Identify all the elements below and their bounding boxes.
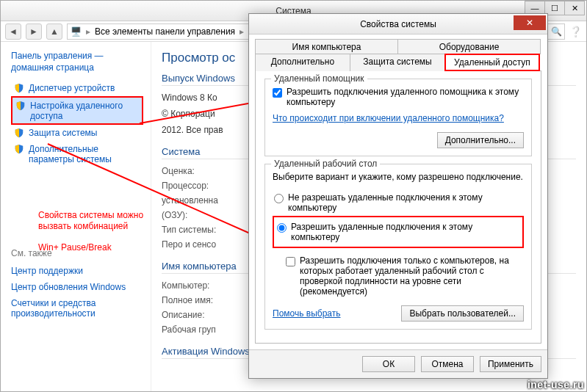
nav-item-label: Диспетчер устройств bbox=[29, 83, 115, 93]
control-panel-icon: 🖥️ bbox=[71, 26, 82, 37]
dialog-button-row: ОК Отмена Применить bbox=[249, 349, 547, 378]
breadcrumb-text[interactable]: Все элементы панели управления bbox=[95, 26, 235, 37]
ra-allow-checkbox-row[interactable]: Разрешить подключения удаленного помощни… bbox=[273, 87, 524, 107]
cancel-button[interactable]: Отмена bbox=[421, 356, 474, 372]
rd-nla-checkbox[interactable] bbox=[286, 257, 295, 266]
see-also-heading: См. также bbox=[11, 248, 143, 258]
rd-legend: Удаленный рабочий стол bbox=[271, 159, 380, 169]
ram-label: установленна bbox=[162, 195, 257, 206]
rd-allow-radio[interactable] bbox=[277, 223, 287, 233]
breadcrumb-sep2: ▸ bbox=[240, 26, 244, 37]
ra-help-link[interactable]: Что происходит при включении удаленного … bbox=[273, 113, 504, 123]
nav-advanced-settings[interactable]: Дополнительные параметры системы bbox=[11, 141, 143, 167]
breadcrumb-sep: ▸ bbox=[86, 26, 90, 37]
nav-heading: Панель управления — bbox=[11, 51, 143, 61]
search-button[interactable]: 🔍 bbox=[547, 23, 565, 40]
fullname-label: Полное имя: bbox=[162, 295, 257, 305]
ra-legend: Удаленный помощник bbox=[271, 73, 367, 84]
nav-back-button[interactable]: ◄ bbox=[5, 23, 21, 40]
ram-label2: (ОЗУ): bbox=[162, 210, 257, 220]
nav-item-label: Защита системы bbox=[29, 128, 97, 138]
shield-icon bbox=[14, 144, 24, 154]
help-icon[interactable]: ❔ bbox=[569, 26, 582, 37]
remote-desktop-group: Удаленный рабочий стол Выберите вариант … bbox=[264, 164, 532, 330]
tab-remote-page: Удаленный помощник Разрешить подключения… bbox=[255, 70, 541, 344]
rd-deny-radio[interactable] bbox=[274, 194, 284, 203]
tab-remote[interactable]: Удаленный доступ bbox=[444, 54, 540, 71]
copyright-1: © Корпораци bbox=[162, 107, 215, 120]
dialog-close-button[interactable]: ✕ bbox=[514, 15, 546, 30]
tab-hardware[interactable]: Оборудование bbox=[397, 39, 541, 54]
system-properties-dialog: Свойства системы ✕ Имя компьютера Оборуд… bbox=[248, 13, 548, 379]
rd-help-link[interactable]: Помочь выбрать bbox=[273, 308, 341, 319]
desc-label: Описание: bbox=[162, 310, 257, 320]
rating-label: Оценка: bbox=[162, 166, 257, 176]
pen-label: Перо и сенсо bbox=[162, 239, 257, 250]
left-nav: Панель управления — домашняя страница Ди… bbox=[1, 42, 151, 391]
dialog-body: Имя компьютера Оборудование Дополнительн… bbox=[249, 35, 547, 349]
nav-remote-settings[interactable]: Настройка удаленного доступа bbox=[11, 96, 143, 125]
nav-item-label: Настройка удаленного доступа bbox=[30, 101, 139, 121]
see-action-center[interactable]: Центр поддержки bbox=[11, 263, 143, 279]
shield-icon bbox=[15, 101, 26, 111]
ra-advanced-button[interactable]: Дополнительно... bbox=[437, 132, 524, 148]
tab-protection[interactable]: Защита системы bbox=[350, 54, 445, 71]
type-label: Тип системы: bbox=[162, 225, 257, 235]
ok-button[interactable]: ОК bbox=[362, 356, 415, 372]
rd-select-users-button[interactable]: Выбрать пользователей... bbox=[401, 305, 524, 322]
rd-allow-radio-row[interactable]: Разрешить удаленные подключения к этому … bbox=[276, 219, 521, 245]
edition-name: Windows 8 Ко bbox=[162, 92, 217, 103]
rd-allow-label: Разрешить удаленные подключения к этому … bbox=[291, 222, 519, 242]
tab-row-1: Имя компьютера Оборудование bbox=[255, 39, 541, 54]
ra-allow-checkbox[interactable] bbox=[273, 88, 282, 98]
shield-icon bbox=[14, 128, 24, 138]
cpu-label: Процессор: bbox=[162, 181, 257, 191]
rd-deny-radio-row[interactable]: Не разрешать удаленные подключения к это… bbox=[273, 189, 524, 216]
tab-computer-name[interactable]: Имя компьютера bbox=[255, 39, 398, 54]
see-windows-update[interactable]: Центр обновления Windows bbox=[11, 279, 143, 295]
nav-home-link[interactable]: домашняя страница bbox=[11, 62, 94, 73]
nav-item-label: Дополнительные параметры системы bbox=[29, 144, 140, 164]
nav-system-protection[interactable]: Защита системы bbox=[11, 125, 143, 141]
copyright-2: 2012. Все прав bbox=[162, 125, 223, 135]
apply-button[interactable]: Применить bbox=[480, 356, 541, 372]
ra-allow-label: Разрешить подключения удаленного помощни… bbox=[287, 87, 524, 107]
search-icon: 🔍 bbox=[551, 26, 562, 37]
rd-intro: Выберите вариант и укажите, кому разреше… bbox=[273, 172, 524, 182]
rd-allow-highlight: Разрешить удаленные подключения к этому … bbox=[273, 216, 524, 248]
shield-icon bbox=[14, 83, 24, 93]
rd-deny-label: Не разрешать удаленные подключения к это… bbox=[288, 192, 522, 213]
remote-assistance-group: Удаленный помощник Разрешить подключения… bbox=[264, 79, 532, 156]
close-button[interactable]: ✕ bbox=[564, 1, 585, 15]
dialog-titlebar: Свойства системы ✕ bbox=[249, 14, 547, 35]
see-perf-counters[interactable]: Счетчики и средства производительности bbox=[11, 295, 143, 322]
nav-fwd-button[interactable]: ► bbox=[26, 23, 42, 40]
rd-nla-checkbox-row[interactable]: Разрешить подключения только с компьютер… bbox=[286, 255, 524, 297]
nav-up-button[interactable]: ▲ bbox=[46, 23, 62, 40]
workgroup-label: Рабочая груп bbox=[162, 324, 257, 335]
tab-row-2: Дополнительно Защита системы Удаленный д… bbox=[255, 54, 541, 70]
nav-device-manager[interactable]: Диспетчер устройств bbox=[11, 80, 143, 96]
computer-label: Компьютер: bbox=[162, 280, 257, 291]
tab-advanced[interactable]: Дополнительно bbox=[255, 54, 350, 71]
dialog-title: Свойства системы bbox=[360, 19, 436, 29]
rd-nla-label: Разрешить подключения только с компьютер… bbox=[300, 255, 524, 297]
